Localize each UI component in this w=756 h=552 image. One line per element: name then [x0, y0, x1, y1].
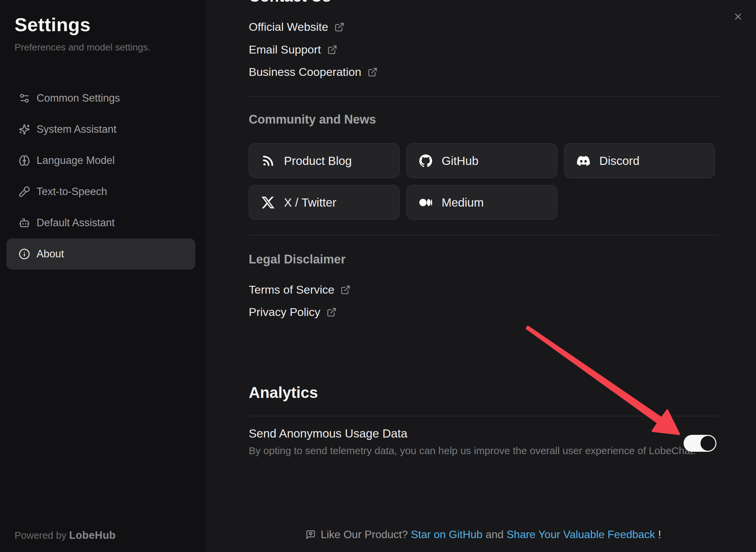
- product-blog-button[interactable]: Product Blog: [249, 143, 400, 178]
- sidebar-item-text-to-speech[interactable]: Text-to-Speech: [6, 176, 195, 207]
- medium-button[interactable]: Medium: [406, 185, 557, 220]
- privacy-policy-label: Privacy Policy: [249, 305, 320, 319]
- close-button[interactable]: [733, 12, 743, 22]
- settings-sidebar: Settings Preferences and model settings.…: [0, 0, 205, 552]
- sidebar-item-label: Default Assistant: [37, 217, 115, 229]
- telemetry-setting-description: By opting to send telemetry data, you ca…: [249, 445, 696, 457]
- external-link-icon: [327, 307, 337, 317]
- contact-us-heading: Contact Us: [249, 0, 331, 5]
- page-title: Settings: [15, 14, 91, 36]
- mic-icon: [19, 186, 30, 197]
- github-icon: [419, 154, 432, 168]
- feedback-bubble-icon: [306, 530, 316, 540]
- official-website-label: Official Website: [249, 20, 328, 34]
- about-content: Contact Us Official Website Email Suppor…: [249, 0, 718, 552]
- business-cooperation-label: Business Cooperation: [249, 65, 361, 79]
- github-button[interactable]: GitHub: [406, 143, 557, 178]
- legal-heading: Legal Disclaimer: [249, 252, 346, 267]
- section-divider: [249, 416, 718, 416]
- powered-by: Powered by LobeHub: [15, 529, 116, 542]
- star-on-github-link[interactable]: Star on GitHub: [411, 528, 483, 540]
- brain-icon: [19, 155, 30, 166]
- settings-page: Settings Preferences and model settings.…: [0, 0, 756, 552]
- about-panel: Contact Us Official Website Email Suppor…: [205, 0, 756, 552]
- external-link-icon: [327, 45, 337, 55]
- business-cooperation-link[interactable]: Business Cooperation: [249, 65, 378, 79]
- sidebar-item-language-model[interactable]: Language Model: [6, 145, 195, 176]
- telemetry-toggle[interactable]: [684, 435, 716, 452]
- info-icon: [19, 248, 30, 260]
- button-label: GitHub: [442, 154, 479, 168]
- terms-of-service-link[interactable]: Terms of Service: [249, 283, 351, 296]
- sidebar-item-default-assistant[interactable]: Default Assistant: [6, 207, 195, 238]
- page-subtitle: Preferences and model settings.: [15, 42, 151, 53]
- sidebar-item-about[interactable]: About: [6, 238, 195, 270]
- sidebar-item-label: Common Settings: [37, 92, 120, 104]
- close-icon: [733, 12, 743, 22]
- sidebar-item-system-assistant[interactable]: System Assistant: [6, 114, 195, 145]
- sliders-icon: [19, 92, 30, 104]
- button-label: Product Blog: [284, 154, 352, 168]
- email-support-link[interactable]: Email Support: [249, 43, 337, 56]
- x-twitter-icon: [261, 196, 275, 209]
- section-divider: [249, 235, 718, 235]
- sidebar-item-common-settings[interactable]: Common Settings: [6, 83, 195, 114]
- button-label: X / Twitter: [284, 196, 336, 209]
- banner-prefix: Like Our Product?: [320, 528, 408, 540]
- external-link-icon: [334, 22, 344, 32]
- lobehub-brand[interactable]: LobeHub: [69, 529, 116, 541]
- official-website-link[interactable]: Official Website: [249, 20, 344, 34]
- powered-by-text: Powered by: [15, 530, 66, 541]
- discord-button[interactable]: Discord: [564, 143, 715, 178]
- medium-icon: [419, 196, 432, 209]
- toggle-knob: [701, 436, 715, 451]
- sidebar-item-label: Text-to-Speech: [37, 186, 107, 198]
- button-label: Discord: [599, 154, 640, 168]
- terms-of-service-label: Terms of Service: [249, 283, 334, 296]
- sidebar-item-label: Language Model: [37, 154, 115, 167]
- analytics-heading: Analytics: [249, 383, 318, 402]
- community-buttons: Product Blog GitHub Discord: [249, 143, 715, 220]
- discord-icon: [577, 154, 590, 168]
- banner-conjunction: and: [486, 528, 504, 540]
- external-link-icon: [340, 285, 351, 295]
- telemetry-setting-title: Send Anonymous Usage Data: [249, 427, 407, 440]
- sidebar-item-label: About: [37, 248, 64, 260]
- external-link-icon: [368, 67, 378, 77]
- community-heading: Community and News: [249, 112, 376, 127]
- settings-nav: Common Settings System Assistant Languag…: [6, 83, 195, 270]
- privacy-policy-link[interactable]: Privacy Policy: [249, 305, 337, 319]
- section-divider: [249, 96, 718, 97]
- x-twitter-button[interactable]: X / Twitter: [249, 185, 400, 220]
- rss-icon: [261, 154, 275, 168]
- email-support-label: Email Support: [249, 43, 321, 56]
- bot-icon: [19, 217, 30, 229]
- share-feedback-link[interactable]: Share Your Valuable Feedback: [507, 528, 655, 540]
- banner-suffix: !: [658, 528, 661, 540]
- sidebar-item-label: System Assistant: [37, 123, 116, 135]
- bottom-banner: Like Our Product? Star on GitHub and Sha…: [249, 528, 718, 541]
- button-label: Medium: [442, 196, 484, 209]
- sparkles-icon: [19, 124, 30, 135]
